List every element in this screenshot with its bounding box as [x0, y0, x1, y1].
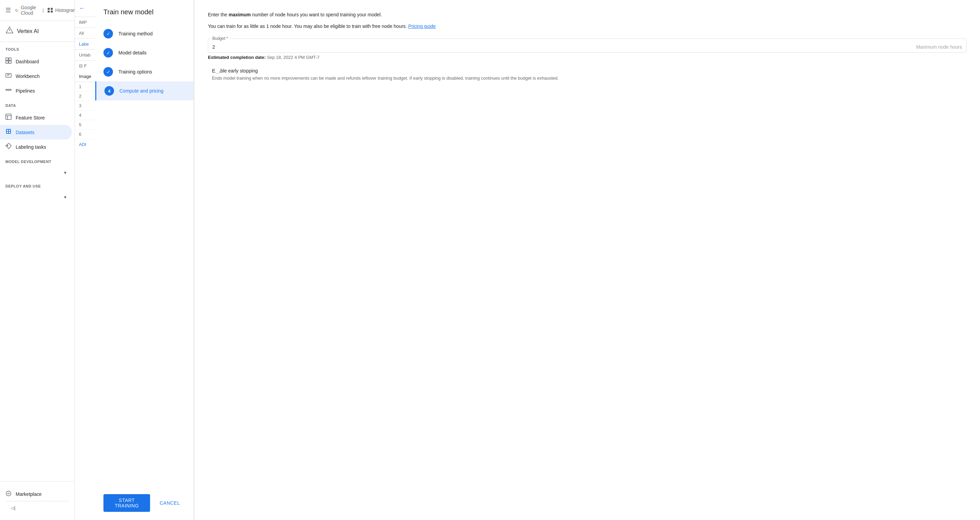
sidebar-item-pipelines[interactable]: Pipelines	[0, 83, 72, 98]
sidebar-item-labeling[interactable]: Labeling tasks	[0, 140, 72, 154]
back-button[interactable]: ←	[79, 5, 85, 12]
sidebar-header: ☰ Google Cloud | Histogramo	[0, 0, 75, 21]
early-stopping-text: Enable early stopping Ends model trainin…	[212, 68, 966, 82]
step-2-label: Model details	[118, 50, 147, 56]
step-4-label: Compute and pricing	[119, 88, 163, 94]
cancel-button[interactable]: CANCEL	[154, 494, 185, 512]
intro-text-2: number of node hours you want to spend t…	[252, 12, 382, 17]
svg-point-11	[10, 89, 11, 91]
deploy-section-label: DEPLOY AND USE	[0, 179, 75, 191]
step-1-label: Training method	[118, 31, 153, 37]
feature-store-icon	[5, 114, 11, 121]
budget-placeholder: Maximum node hours	[916, 44, 962, 50]
sidebar-collapse-button[interactable]: ◁|	[5, 501, 69, 515]
budget-input[interactable]	[212, 44, 916, 50]
datasets-icon	[5, 128, 11, 136]
sidebar-item-dashboard[interactable]: Dashboard	[0, 54, 72, 69]
svg-rect-2	[6, 58, 8, 60]
svg-rect-18	[7, 130, 8, 131]
sidebar-item-dashboard-label: Dashboard	[16, 59, 39, 64]
svg-point-10	[8, 89, 9, 91]
deploy-expand-icon: ▾	[64, 194, 66, 200]
brand-name: Google Cloud	[21, 5, 38, 16]
sidebar-item-workbench[interactable]: Workbench	[0, 69, 72, 83]
sidebar-item-datasets-label: Datasets	[16, 130, 34, 135]
deploy-expand[interactable]: ▾	[0, 191, 72, 203]
drawer-actions: START TRAINING CANCEL	[95, 486, 194, 512]
step-compute-pricing[interactable]: 4 Compute and pricing	[95, 81, 194, 100]
step-model-details[interactable]: ✓ Model details	[95, 43, 194, 62]
svg-rect-21	[9, 132, 10, 133]
svg-point-9	[6, 89, 7, 91]
workspace-icon	[48, 8, 53, 13]
svg-point-24	[6, 491, 11, 496]
step-1-circle: ✓	[103, 29, 113, 38]
estimated-date: Estimated completion date: Sep 18, 2022 …	[208, 55, 966, 60]
model-dev-expand-icon: ▾	[64, 170, 66, 175]
intro-bold: maximum	[229, 12, 251, 17]
main-content: ← IMP All Labe Unlab ⊟ F Image 1 2 3 4 5…	[75, 0, 980, 520]
workspace-separator: |	[43, 8, 43, 13]
budget-input-wrap[interactable]: Maximum node hours Budget *	[208, 38, 966, 53]
early-stopping-desc: Ends model training when no more improve…	[212, 75, 966, 82]
svg-rect-3	[9, 58, 11, 60]
data-section-label: DATA	[0, 98, 75, 110]
step-2-circle: ✓	[103, 48, 113, 57]
sidebar-marketplace[interactable]: Marketplace	[5, 487, 69, 501]
drawer-title: Train new model	[95, 8, 194, 24]
pricing-guide-link[interactable]: Pricing guide	[408, 24, 436, 29]
marketplace-label: Marketplace	[16, 491, 41, 497]
svg-point-23	[7, 145, 8, 146]
train-new-model-drawer: Train new model ✓ Training method ✓ Mode…	[95, 0, 194, 520]
model-dev-expand[interactable]: ▾	[0, 166, 72, 179]
step-2-checkmark: ✓	[107, 50, 110, 56]
hamburger-icon[interactable]: ☰	[5, 6, 11, 14]
dashboard-icon	[5, 57, 11, 65]
sidebar-item-workbench-label: Workbench	[16, 73, 40, 79]
model-dev-section-label: MODEL DEVELOPMENT	[0, 154, 75, 166]
step-1-checkmark: ✓	[107, 31, 110, 37]
collapse-icon: ◁|	[11, 506, 15, 510]
step-3-checkmark: ✓	[107, 70, 110, 75]
marketplace-icon	[5, 490, 11, 498]
product-name: Vertex AI	[17, 28, 39, 34]
svg-rect-14	[6, 114, 11, 119]
sidebar-bottom: Marketplace ◁|	[0, 481, 75, 520]
sidebar-item-labeling-label: Labeling tasks	[16, 144, 46, 150]
vertex-icon	[5, 26, 14, 36]
step-3-circle: ✓	[103, 67, 113, 76]
google-cloud-logo-icon	[15, 7, 19, 13]
google-cloud-logo: Google Cloud	[15, 5, 38, 16]
step-training-options[interactable]: ✓ Training options	[95, 62, 194, 81]
right-panel: Enter the maximum number of node hours y…	[194, 0, 980, 520]
tools-section-label: TOOLS	[0, 42, 75, 54]
pipelines-icon	[5, 87, 11, 95]
estimated-date-value: Sep 18, 2022 4 PM GMT-7	[267, 55, 320, 60]
step-training-method[interactable]: ✓ Training method	[95, 24, 194, 43]
early-stopping-title: Enable early stopping	[212, 68, 966, 73]
svg-marker-22	[6, 143, 11, 149]
step-3-label: Training options	[118, 69, 152, 75]
sidebar: ☰ Google Cloud | Histogramo	[0, 0, 75, 520]
filter-icon: ⊟	[79, 63, 83, 68]
svg-rect-4	[6, 61, 8, 63]
sidebar-item-pipelines-label: Pipelines	[16, 88, 35, 94]
early-stopping-section: Enable early stopping Ends model trainin…	[208, 68, 966, 82]
start-training-button[interactable]: START TRAINING	[103, 494, 150, 512]
estimated-date-label: Estimated completion date:	[208, 55, 266, 60]
svg-rect-5	[9, 61, 11, 63]
info-line: You can train for as little as 1 node ho…	[208, 22, 966, 30]
dataset-background: ← IMP All Labe Unlab ⊟ F Image 1 2 3 4 5…	[75, 0, 95, 520]
budget-label: Budget *	[212, 36, 228, 41]
intro-paragraph: Enter the maximum number of node hours y…	[208, 11, 966, 18]
sidebar-item-datasets[interactable]: Datasets	[0, 125, 72, 140]
sidebar-item-feature-store-label: Feature Store	[16, 115, 45, 121]
svg-rect-19	[9, 130, 10, 131]
svg-rect-20	[7, 132, 8, 133]
product-header: Vertex AI	[0, 21, 75, 42]
workbench-icon	[5, 72, 11, 80]
budget-field: Maximum node hours Budget * Estimated co…	[208, 38, 966, 60]
step-4-circle: 4	[105, 86, 114, 95]
sidebar-item-feature-store[interactable]: Feature Store	[0, 110, 72, 125]
labeling-icon	[5, 143, 11, 151]
